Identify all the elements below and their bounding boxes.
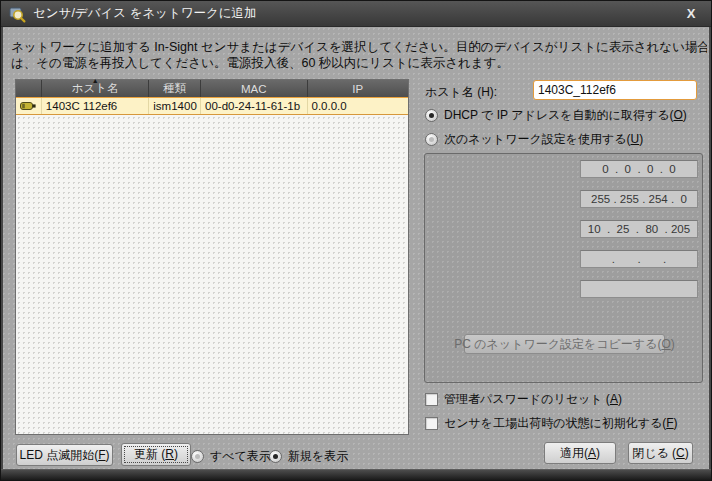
add-sensor-dialog: センサ/デバイス をネットワークに追加 X ネットワークに追加する In-Sig… [0, 0, 712, 481]
close-icon[interactable]: X [683, 6, 699, 22]
sort-ascending-icon: ▲ [92, 77, 99, 84]
show-all-option[interactable]: すべて表示 [191, 448, 271, 464]
show-all-label: すべて表示 [210, 448, 271, 465]
reset-password-label: 管理者パスワードのリセット (A) [444, 391, 622, 408]
hostname-input[interactable] [533, 80, 697, 100]
subnet-mask-field: 255 . 255 . 254 . 0 [580, 190, 698, 208]
network-settings-group: 0 . 0 . 0 . 0 255 . 255 . 254 . 0 10 . 2… [424, 153, 703, 383]
device-icon-cell [16, 98, 42, 114]
table-row-selected[interactable]: 1403C 112ef6 ism1400 00-d0-24-11-61-1b 0… [16, 97, 408, 115]
close-button[interactable]: 閉じる (C) [628, 442, 693, 464]
radio-show-new[interactable] [269, 450, 282, 463]
dhcp-radio-option[interactable]: DHCP で IP アドレスを自動的に取得する(O) [425, 107, 687, 123]
hostname-label: ホスト名 (H): [425, 84, 497, 101]
dns-server-field: . . . [580, 250, 698, 268]
dialog-right-edge [709, 27, 711, 480]
camera-icon [20, 101, 36, 111]
column-header-label: MAC [241, 83, 267, 95]
column-header-label: 種類 [163, 81, 186, 96]
factory-reset-checkbox[interactable] [425, 417, 438, 430]
reset-password-checkbox[interactable] [425, 393, 438, 406]
title-bar[interactable]: センサ/デバイス をネットワークに追加 X [1, 1, 712, 27]
dialog-title: センサ/デバイス をネットワークに追加 [33, 5, 257, 22]
cell-hostname: 1403C 112ef6 [42, 98, 149, 114]
column-header-ip[interactable]: IP [308, 80, 408, 97]
column-header-icon[interactable] [16, 80, 42, 97]
radio-dhcp[interactable] [425, 109, 438, 122]
led-blink-button[interactable]: LED 点滅開始(F) [16, 444, 113, 466]
cell-type: ism1400 [149, 98, 201, 114]
device-list-header: ▲ ホスト名 種類 MAC IP [16, 80, 408, 97]
static-radio-option[interactable]: 次のネットワーク設定を使用する(U) [425, 131, 643, 147]
apply-button[interactable]: 適用(A) [544, 442, 616, 464]
show-new-option[interactable]: 新規を表示 [269, 448, 348, 464]
column-header-hostname[interactable]: ▲ ホスト名 [42, 80, 149, 97]
instruction-line-2: は、その電源を再投入してください。電源投入後、60 秒以内にリストに表示されます… [11, 55, 707, 71]
domain-field [580, 280, 698, 298]
radio-dhcp-label: DHCP で IP アドレスを自動的に取得する(O) [444, 107, 687, 124]
column-header-mac[interactable]: MAC [201, 80, 307, 97]
reset-password-option[interactable]: 管理者パスワードのリセット (A) [425, 392, 622, 407]
factory-reset-option[interactable]: センサを工場出荷時の状態に初期化する(F) [425, 416, 678, 431]
instruction-line-1: ネットワークに追加する In-Sight センサまたはデバイスを選択してください… [11, 39, 707, 55]
radio-show-all[interactable] [191, 450, 204, 463]
ip-address-field: 0 . 0 . 0 . 0 [580, 160, 698, 178]
show-new-label: 新規を表示 [288, 448, 348, 465]
refresh-button[interactable]: 更新 (R) [121, 443, 191, 466]
copy-pc-network-button: PC のネットワーク設定をコピーする(O) [464, 334, 665, 354]
cell-mac: 00-d0-24-11-61-1b [201, 98, 307, 114]
instruction-text: ネットワークに追加する In-Sight センサまたはデバイスを選択してください… [11, 39, 707, 71]
column-header-type[interactable]: 種類 [149, 80, 201, 97]
column-header-label: IP [352, 83, 363, 95]
radio-static[interactable] [425, 133, 438, 146]
device-list-body[interactable] [16, 116, 408, 434]
dialog-left-edge [1, 27, 3, 480]
radio-static-label: 次のネットワーク設定を使用する(U) [444, 131, 643, 148]
factory-reset-label: センサを工場出荷時の状態に初期化する(F) [444, 415, 678, 432]
dialog-bottom-edge [1, 469, 712, 481]
cell-ip: 0.0.0.0 [308, 98, 408, 114]
sensor-search-icon [8, 5, 26, 23]
gateway-field: 10 . 25 . 80 . 205 [580, 220, 698, 238]
device-list: ▲ ホスト名 種類 MAC IP 1403C 112ef6 is [15, 79, 409, 435]
